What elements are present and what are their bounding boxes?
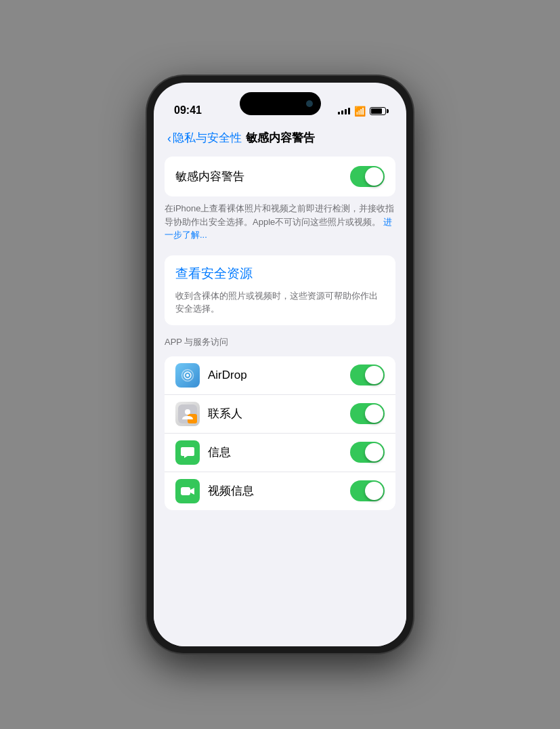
video-messages-name: 视频信息: [208, 483, 254, 499]
app-access-section: AirDrop: [165, 356, 395, 510]
facetime-icon: [175, 479, 200, 503]
app-access-label: APP 与服务访问: [154, 331, 406, 351]
contacts-name: 联系人: [208, 406, 242, 421]
nav-header: ‹ 隐私与安全性 敏感内容警告: [154, 122, 406, 151]
dynamic-island: [240, 92, 321, 115]
svg-rect-6: [181, 487, 190, 495]
page-title: 敏感内容警告: [246, 130, 315, 146]
sensitive-toggle-row[interactable]: 敏感内容警告: [165, 157, 395, 196]
phone-screen: 09:41 📶 ‹ 隐私与安全性: [154, 83, 406, 646]
safe-resources-header[interactable]: 查看安全资源: [165, 255, 395, 289]
description-text: 在iPhone上查看裸体照片和视频之前即进行检测，并接收指导协助作出安全选择。A…: [165, 203, 394, 227]
contacts-icon: [175, 402, 200, 426]
phone-device: 09:41 📶 ‹ 隐私与安全性: [147, 76, 413, 653]
toggle-thumb: [365, 167, 383, 186]
back-label: 隐私与安全性: [173, 130, 242, 146]
airdrop-toggle[interactable]: [350, 364, 385, 386]
sensitive-toggle-label: 敏感内容警告: [175, 169, 244, 184]
sensitive-description: 在iPhone上查看裸体照片和视频之前即进行检测，并接收指导协助作出安全选择。A…: [154, 202, 406, 250]
safe-resources-description: 收到含裸体的照片或视频时，这些资源可帮助你作出安全选择。: [165, 289, 395, 325]
back-button[interactable]: ‹ 隐私与安全性: [167, 130, 242, 146]
battery-icon: [370, 107, 386, 115]
messages-toggle[interactable]: [350, 442, 385, 463]
svg-point-5: [185, 409, 190, 415]
airdrop-row[interactable]: AirDrop: [165, 356, 395, 394]
main-toggle-section: 敏感内容警告: [165, 157, 395, 196]
video-messages-toggle[interactable]: [350, 480, 385, 501]
signal-icon: [338, 108, 350, 114]
back-chevron-icon: ‹: [167, 132, 171, 144]
airdrop-name: AirDrop: [208, 369, 247, 382]
status-time: 09:41: [174, 104, 202, 117]
contacts-toggle[interactable]: [350, 403, 385, 424]
safe-resources-title[interactable]: 查看安全资源: [175, 265, 385, 283]
messages-left: 信息: [175, 440, 231, 465]
svg-point-2: [186, 374, 189, 377]
wifi-icon: 📶: [354, 106, 366, 117]
messages-icon: [175, 440, 200, 465]
contacts-left: 联系人: [175, 402, 242, 426]
sensitive-toggle[interactable]: [350, 166, 385, 187]
video-messages-left: 视频信息: [175, 479, 254, 503]
contacts-row[interactable]: 联系人: [165, 394, 395, 433]
messages-name: 信息: [208, 444, 231, 460]
messages-row[interactable]: 信息: [165, 433, 395, 472]
safe-resources-section: 查看安全资源 收到含裸体的照片或视频时，这些资源可帮助你作出安全选择。: [165, 255, 395, 325]
camera-dot: [306, 100, 313, 107]
airdrop-icon: [175, 363, 200, 388]
airdrop-left: AirDrop: [175, 363, 247, 388]
status-icons: 📶: [338, 106, 386, 117]
video-messages-row[interactable]: 视频信息: [165, 472, 395, 510]
page-content[interactable]: ‹ 隐私与安全性 敏感内容警告 敏感内容警告 在iPhone上查看裸体照片和视频…: [154, 122, 406, 646]
